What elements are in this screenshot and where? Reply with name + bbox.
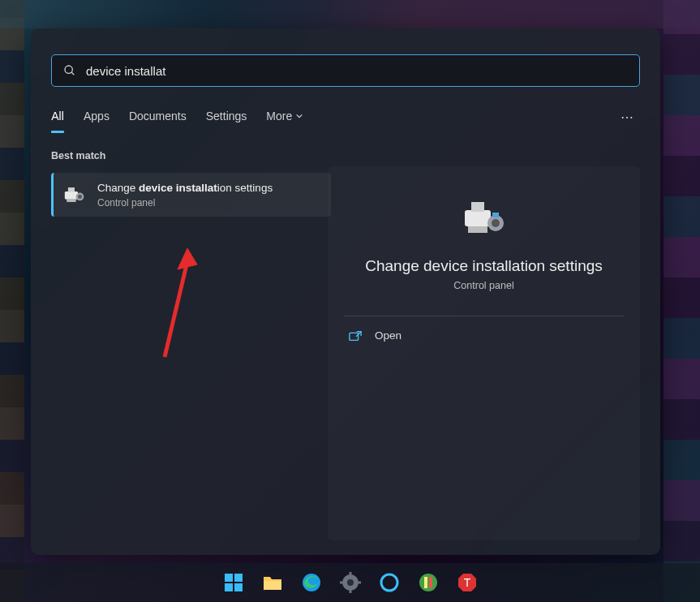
tab-more[interactable]: More	[266, 110, 303, 133]
desktop-bg-right	[663, 0, 700, 602]
tab-settings[interactable]: Settings	[206, 110, 247, 133]
svg-rect-4	[67, 199, 75, 201]
svg-line-1	[71, 72, 74, 75]
devices-printers-icon	[463, 200, 505, 239]
search-box[interactable]	[51, 54, 640, 87]
svg-point-29	[381, 574, 397, 591]
more-options-button[interactable]: ⋯	[616, 110, 640, 125]
stop-icon[interactable]: T	[452, 567, 483, 598]
tab-apps[interactable]: Apps	[84, 110, 110, 133]
svg-rect-17	[225, 574, 233, 582]
start-button[interactable]	[218, 567, 249, 598]
devices-printers-icon	[63, 183, 86, 206]
preview-title: Change device installation settings	[365, 257, 603, 275]
results-column: Best match Change device installation se…	[51, 150, 331, 217]
tab-documents[interactable]: Documents	[129, 110, 187, 133]
svg-rect-14	[492, 213, 499, 217]
open-icon	[349, 330, 362, 342]
svg-rect-19	[225, 583, 233, 591]
search-input[interactable]	[86, 64, 628, 78]
svg-rect-18	[234, 574, 243, 582]
svg-rect-15	[350, 333, 359, 340]
svg-point-0	[65, 66, 72, 73]
svg-line-7	[165, 261, 187, 357]
svg-rect-31	[424, 577, 427, 588]
svg-text:T: T	[463, 576, 470, 589]
svg-point-6	[78, 195, 82, 199]
chevron-down-icon	[295, 112, 303, 120]
svg-point-13	[492, 219, 500, 227]
svg-rect-20	[234, 583, 243, 591]
preview-subtitle: Control panel	[453, 280, 513, 291]
result-title: Change device installation settings	[97, 181, 273, 196]
best-match-label: Best match	[51, 150, 331, 161]
preview-pane: Change device installation settings Cont…	[328, 166, 640, 540]
svg-rect-32	[429, 577, 432, 588]
settings-icon[interactable]	[335, 567, 366, 598]
result-text: Change device installation settings Cont…	[97, 181, 273, 209]
svg-rect-10	[471, 202, 484, 212]
svg-point-30	[419, 574, 437, 591]
svg-rect-2	[65, 191, 78, 200]
svg-rect-11	[468, 226, 487, 233]
open-label: Open	[375, 329, 402, 342]
tab-all[interactable]: All	[51, 110, 64, 133]
result-item[interactable]: Change device installation settings Cont…	[51, 173, 331, 217]
result-subtitle: Control panel	[97, 197, 273, 209]
svg-rect-3	[68, 187, 75, 192]
file-explorer-icon[interactable]	[257, 567, 288, 598]
taskbar: T	[0, 563, 700, 602]
search-tabs: All Apps Documents Settings More ⋯	[51, 103, 640, 139]
start-search-panel: All Apps Documents Settings More ⋯ Best …	[31, 28, 660, 555]
svg-rect-9	[465, 210, 491, 226]
annotation-arrow	[148, 243, 205, 368]
search-icon	[63, 64, 76, 77]
app-icon[interactable]	[413, 567, 444, 598]
desktop-bg-left	[0, 0, 24, 602]
cortana-icon[interactable]	[374, 567, 405, 598]
edge-icon[interactable]	[296, 567, 327, 598]
desktop-bg-top	[0, 0, 700, 28]
svg-point-24	[347, 579, 354, 586]
svg-rect-21	[264, 581, 281, 590]
svg-marker-8	[178, 248, 197, 269]
open-action[interactable]: Open	[344, 316, 624, 355]
